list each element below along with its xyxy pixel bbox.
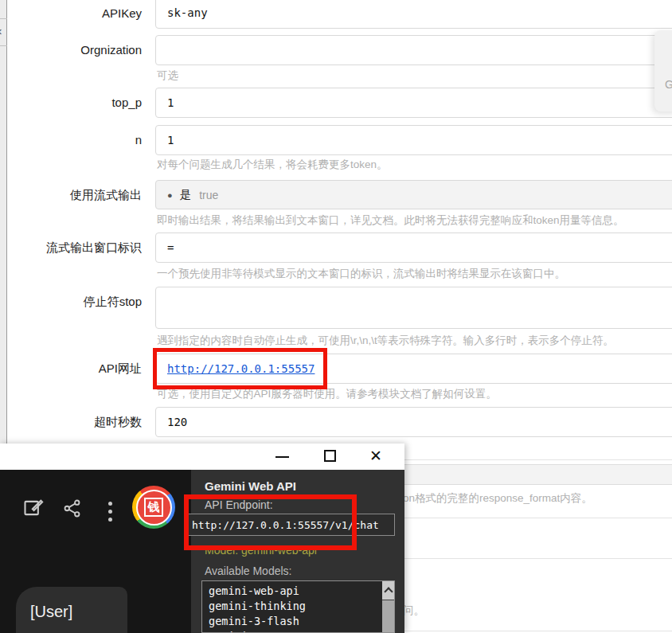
close-button[interactable]: ✕ — [369, 447, 382, 466]
endpoint-input[interactable]: http://127.0.0.1:55557/v1/chat — [188, 514, 395, 536]
divider — [0, 45, 7, 46]
apikey-label: APIKey — [0, 2, 142, 25]
overlay-right-pane: Gemini Web API API Endpoint: http://127.… — [191, 470, 404, 633]
response-format-hint: on格式的完整的response_format内容。 — [403, 491, 592, 506]
floating-side-panel[interactable]: G — [654, 30, 672, 111]
left-window-edge: × — [0, 0, 7, 443]
overlay-titlebar[interactable]: ✕ — [0, 443, 404, 470]
endpoint-label: API Endpoint: — [205, 498, 273, 511]
organization-hint: 可选 — [157, 68, 178, 83]
scroll-up-icon[interactable] — [382, 581, 394, 600]
api-url-label: API网址 — [0, 355, 142, 382]
model-item[interactable]: gemini-3-pro — [209, 629, 394, 633]
model-item[interactable]: gemini-thinking — [209, 599, 394, 614]
close-icon[interactable]: × — [0, 25, 2, 38]
streaming-value-secondary: true — [199, 189, 218, 201]
stream-window-id-label: 流式输出窗口标识 — [0, 234, 142, 261]
model-item[interactable]: gemini-3-flash — [209, 614, 394, 629]
user-message-bubble: [User] — [16, 587, 127, 633]
avatar-seal-ring: 钱 — [136, 490, 172, 526]
streaming-select[interactable]: ● 是 true — [155, 180, 672, 209]
top-p-label: top_p — [0, 89, 142, 116]
streaming-label: 使用流式输出 — [0, 182, 142, 209]
stream-window-id-input[interactable]: = — [155, 232, 672, 263]
scrollbar-thumb[interactable] — [382, 600, 394, 633]
timeout-input[interactable]: 120 — [155, 407, 672, 437]
maximize-button[interactable] — [324, 450, 336, 462]
overlay-left-pane: 钱 [User] — [0, 470, 191, 633]
organization-label: Orgnization — [0, 37, 142, 64]
n-input[interactable]: 1 — [155, 125, 672, 155]
user-bubble-text: [User] — [30, 603, 72, 621]
stop-textarea[interactable] — [155, 287, 672, 329]
models-list: gemini-web-api gemini-thinking gemini-3-… — [202, 581, 394, 633]
api-url-link[interactable]: http://127.0.0.1:55557 — [167, 362, 315, 375]
overlay-body: 钱 [User] Gemini Web API API Endpoint: ht… — [0, 470, 404, 633]
side-panel-label: G — [665, 78, 672, 91]
available-models-label: Available Models: — [205, 565, 291, 577]
stop-hint: 遇到指定的内容时自动停止生成，可使用\r,\n,\t等表示特殊字符。输入多行时，… — [157, 334, 614, 348]
organization-input[interactable] — [155, 35, 672, 65]
streaming-hint: 即时输出结果，将结果输出到文本窗口，详见文档。此时将无法获得完整响应和token… — [157, 213, 624, 228]
model-line: Model: gemini-web-api — [205, 544, 317, 557]
bullet-icon: ● — [167, 190, 173, 200]
top-p-input[interactable]: 1 — [155, 88, 672, 118]
scrollbar[interactable] — [382, 581, 394, 632]
minimize-button[interactable] — [275, 456, 289, 458]
stop-label: 停止符stop — [0, 288, 142, 315]
stream-window-id-hint: 一个预先使用非等待模式显示的文本窗口的标识，流式输出时将结果显示在该窗口中。 — [157, 267, 565, 281]
api-url-field[interactable]: http://127.0.0.1:55557 — [155, 354, 672, 384]
n-hint: 对每个问题生成几个结果，将会耗费更多token。 — [157, 158, 388, 172]
gemini-overlay-window: ✕ 钱 — [0, 443, 404, 633]
share-icon[interactable] — [62, 498, 82, 522]
n-label: n — [0, 127, 142, 154]
compose-icon[interactable] — [22, 497, 45, 522]
timeout-label: 超时秒数 — [0, 408, 142, 436]
model-item[interactable]: gemini-web-api — [209, 584, 394, 599]
menu-kebab-icon[interactable] — [108, 502, 112, 522]
partial-hint: 问。 — [403, 604, 424, 618]
models-listbox[interactable]: gemini-web-api gemini-thinking gemini-3-… — [201, 580, 395, 633]
apikey-input[interactable]: sk-any — [155, 0, 672, 29]
avatar-seal-glyph: 钱 — [144, 498, 163, 517]
streaming-value: 是 — [180, 187, 192, 202]
avatar[interactable]: 钱 — [132, 486, 175, 529]
divider — [0, 18, 7, 19]
api-url-hint: 可选，使用自定义的API服务器时使用。请参考模块文档了解如何设置。 — [157, 387, 497, 401]
overlay-title: Gemini Web API — [205, 479, 296, 493]
